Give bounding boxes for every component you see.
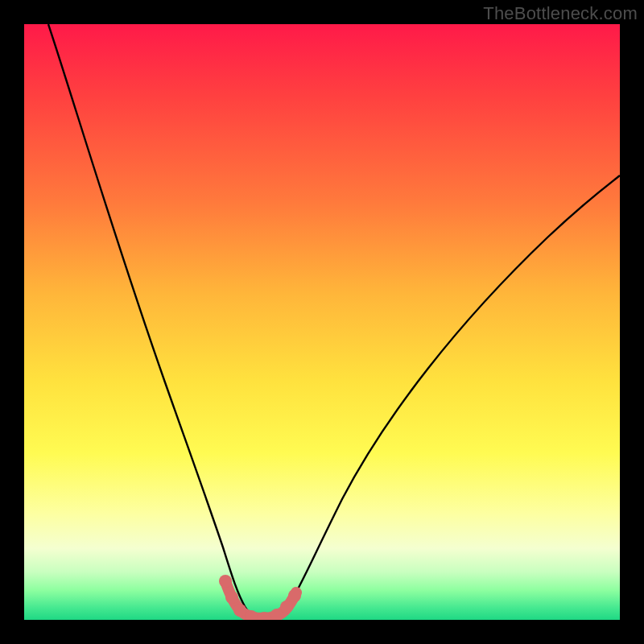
- svg-point-6: [280, 601, 293, 613]
- svg-point-7: [288, 589, 301, 602]
- svg-point-0: [219, 575, 232, 588]
- outer-frame: TheBottleneck.com: [0, 0, 644, 644]
- watermark-text: TheBottleneck.com: [483, 3, 638, 24]
- bottleneck-curve: [48, 24, 620, 618]
- chart-svg: [24, 24, 620, 620]
- svg-point-2: [233, 604, 246, 617]
- svg-point-1: [225, 591, 238, 604]
- gradient-plot-area: [24, 24, 620, 620]
